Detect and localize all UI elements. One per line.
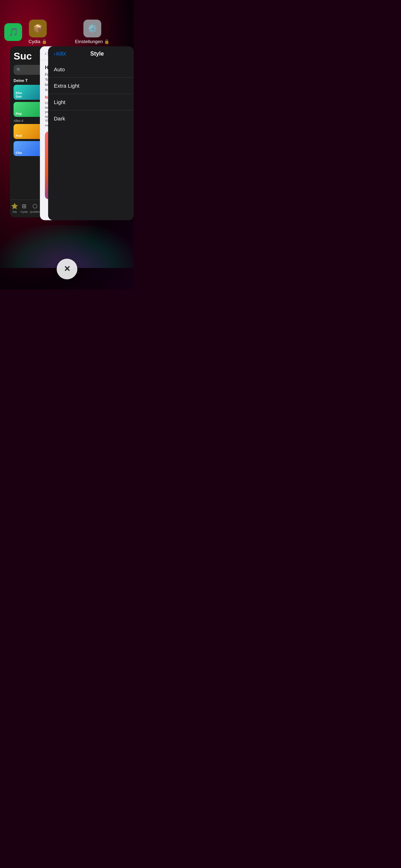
cydia-label: Cydia 🔒 bbox=[29, 39, 47, 44]
card-right[interactable]: ‹ KillX Style Auto Extra Light Light Dar… bbox=[48, 46, 134, 220]
cydia-lock-icon: 🔒 bbox=[42, 39, 47, 44]
nav-sta: ⭐ Sta bbox=[11, 203, 18, 213]
back-chevron-icon: ‹ bbox=[45, 51, 47, 56]
nav-quellen: ⬡ Quellen bbox=[30, 203, 40, 213]
cydia-icon: 📦 bbox=[29, 20, 47, 37]
style-option-auto[interactable]: Auto bbox=[48, 61, 134, 78]
app-item-cydia[interactable]: 📦 Cydia 🔒 bbox=[29, 20, 47, 44]
style-options-list: Auto Extra Light Light Dark bbox=[48, 61, 134, 126]
app-item-settings[interactable]: ⚙️ Einstellungen 🔒 bbox=[75, 20, 109, 44]
settings-icon: ⚙️ bbox=[83, 20, 101, 37]
app-switcher-bar: 🎵 📦 Cydia 🔒 ⚙️ Einstellungen 🔒 bbox=[0, 20, 134, 44]
style-option-light[interactable]: Light bbox=[48, 94, 134, 110]
style-option-dark[interactable]: Dark bbox=[48, 110, 134, 126]
settings-lock-icon: 🔒 bbox=[104, 39, 109, 44]
back-killx-chevron-icon: ‹ bbox=[54, 51, 56, 57]
cards-container: Suc 🔍 Deine T ElecDan Pop Alles d Pod Ch… bbox=[0, 46, 134, 247]
close-button[interactable]: ✕ bbox=[57, 259, 77, 279]
search-glass-icon: 🔍 bbox=[16, 68, 21, 72]
close-x-icon: ✕ bbox=[64, 264, 70, 274]
card-right-header: ‹ KillX Style bbox=[48, 46, 134, 61]
settings-label: Einstellungen 🔒 bbox=[75, 39, 109, 44]
nav-cydia: ⊞ Cydia bbox=[20, 203, 27, 213]
back-killx-button[interactable]: ‹ KillX bbox=[54, 51, 66, 57]
app-item-spotify[interactable]: 🎵 bbox=[4, 23, 22, 41]
card-right-title: Style bbox=[66, 51, 128, 57]
style-option-extralight[interactable]: Extra Light bbox=[48, 78, 134, 94]
spotify-icon: 🎵 bbox=[4, 23, 22, 41]
